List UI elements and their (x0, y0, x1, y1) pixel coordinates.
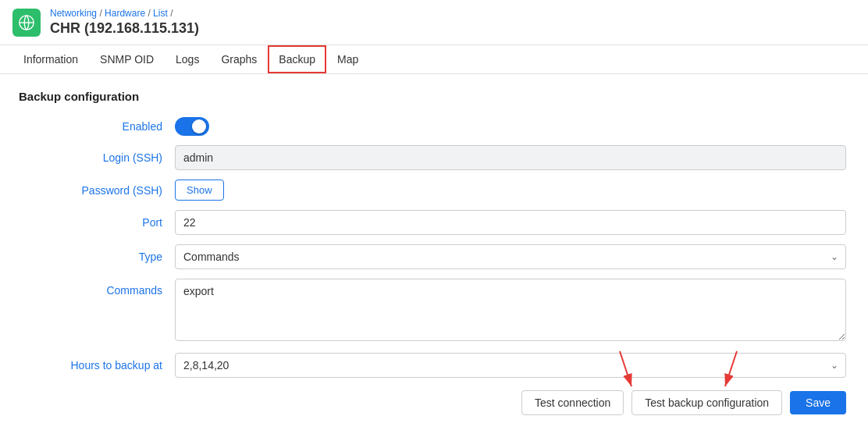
tab-snmp[interactable]: SNMP OID (89, 45, 165, 73)
section-title: Backup configuration (19, 90, 846, 103)
page-title: CHR (192.168.115.131) (50, 20, 199, 37)
form-container: Backup configuration Enabled Login (SSH)… (19, 90, 846, 415)
save-button[interactable]: Save (790, 391, 846, 414)
tab-information[interactable]: Information (12, 45, 89, 73)
login-control (175, 145, 846, 170)
hours-label: Hours to backup at (19, 359, 175, 372)
breadcrumb: Networking / Hardware / List / (50, 8, 199, 19)
hours-select-wrapper: 2,8,14,20 ⌄ (175, 353, 846, 378)
header: Networking / Hardware / List / CHR (192.… (0, 0, 868, 45)
hours-control: 2,8,14,20 ⌄ (175, 353, 846, 378)
form-row-password: Password (SSH) Show (19, 180, 846, 201)
breadcrumb-networking[interactable]: Networking (50, 8, 97, 19)
show-password-button[interactable]: Show (175, 180, 224, 201)
breadcrumb-list[interactable]: List (153, 8, 168, 19)
main-content: Backup configuration Enabled Login (SSH)… (0, 74, 868, 431)
form-row-commands: Commands export (19, 279, 846, 343)
form-row-enabled: Enabled (19, 117, 846, 136)
type-select-wrapper: Commands File Script ⌄ (175, 244, 846, 269)
form-row-login: Login (SSH) (19, 145, 846, 170)
header-title-area: Networking / Hardware / List / CHR (192.… (50, 8, 199, 37)
commands-textarea[interactable]: export (175, 279, 846, 341)
form-row-type: Type Commands File Script ⌄ (19, 244, 846, 269)
password-control: Show (175, 180, 846, 201)
tab-graphs[interactable]: Graphs (210, 45, 268, 73)
arrows-overlay: Test connection Test backup configuratio… (19, 390, 846, 415)
port-input[interactable] (175, 210, 846, 235)
tab-backup[interactable]: Backup (268, 45, 326, 73)
commands-label: Commands (19, 279, 175, 297)
enabled-label: Enabled (19, 120, 175, 133)
enabled-control (175, 117, 846, 136)
breadcrumb-hardware[interactable]: Hardware (105, 8, 145, 19)
login-input[interactable] (175, 145, 846, 170)
port-control (175, 210, 846, 235)
password-label: Password (SSH) (19, 184, 175, 197)
form-row-hours: Hours to backup at 2,8,14,20 ⌄ (19, 353, 846, 378)
login-label: Login (SSH) (19, 151, 175, 164)
tabs-bar: Information SNMP OID Logs Graphs Backup … (0, 45, 868, 74)
test-backup-button[interactable]: Test backup configuration (631, 390, 782, 415)
tab-map[interactable]: Map (326, 45, 369, 73)
enabled-toggle[interactable] (175, 117, 209, 136)
logo (12, 9, 41, 37)
breadcrumb-sep3: / (170, 8, 173, 19)
form-row-port: Port (19, 210, 846, 235)
type-control: Commands File Script ⌄ (175, 244, 846, 269)
hours-select[interactable]: 2,8,14,20 (175, 353, 846, 378)
port-label: Port (19, 216, 175, 229)
type-select[interactable]: Commands File Script (175, 244, 846, 269)
commands-control: export (175, 279, 846, 343)
actions-row: Test connection Test backup configuratio… (19, 390, 846, 415)
type-label: Type (19, 251, 175, 263)
toggle-wrapper (175, 117, 846, 136)
tab-logs[interactable]: Logs (165, 45, 210, 73)
test-connection-button[interactable]: Test connection (521, 390, 624, 415)
